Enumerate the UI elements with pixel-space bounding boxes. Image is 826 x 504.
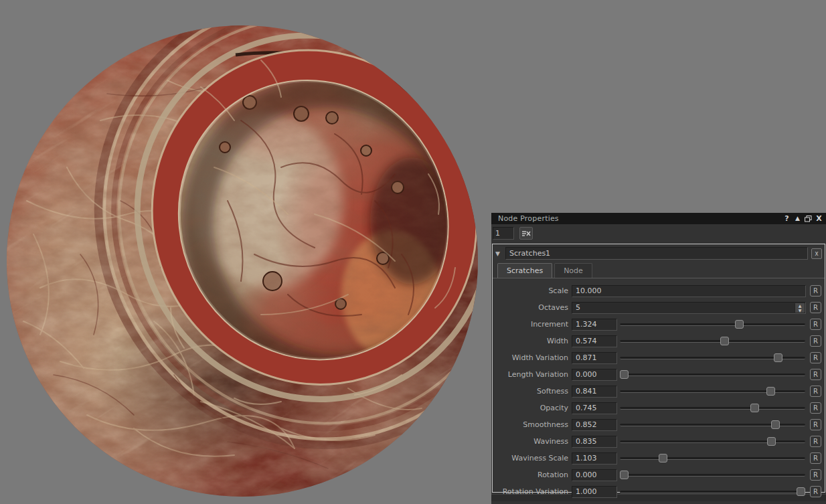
param-row: Opacity 0.745 ▲ ▼ R — [495, 400, 821, 416]
param-label: Waviness Scale — [495, 454, 572, 463]
param-field[interactable]: 1.324 ▲ ▼ — [572, 319, 617, 331]
tab-bar: Scratches Node — [493, 262, 825, 278]
param-field[interactable]: 5 ▲ ▼ — [572, 302, 806, 314]
param-slider[interactable] — [620, 471, 805, 479]
param-row: Scale 10.000 ▲ ▼ R — [495, 282, 821, 299]
close-icon[interactable]: X — [815, 214, 823, 223]
param-field[interactable]: 1.103 ▲ ▼ — [572, 452, 617, 465]
param-slider[interactable] — [620, 320, 805, 329]
collapse-icon[interactable]: ▼ — [495, 250, 502, 257]
param-value: 1.103 — [576, 454, 597, 463]
slider-handle[interactable] — [659, 454, 667, 463]
reset-button[interactable]: R — [810, 352, 821, 363]
param-field[interactable]: 0.871 ▲ ▼ — [572, 352, 617, 364]
reset-button[interactable]: R — [810, 335, 821, 347]
param-label: Rotation Variation — [495, 487, 572, 496]
slider-handle[interactable] — [750, 404, 759, 412]
titlebar-buttons: ? ▲ X — [782, 214, 823, 223]
spin-up-icon[interactable]: ▲ — [795, 303, 805, 308]
slider-track — [620, 457, 805, 460]
param-field[interactable]: 0.000 ▲ ▼ — [572, 369, 617, 381]
param-slider[interactable] — [620, 353, 805, 362]
slider-handle[interactable] — [620, 471, 629, 479]
reset-button[interactable]: R — [810, 402, 821, 414]
param-label: Length Variation — [495, 370, 572, 379]
tab-node[interactable]: Node — [554, 263, 592, 278]
param-label: Smoothness — [495, 420, 572, 429]
pin-icon[interactable]: ▲ — [793, 214, 802, 223]
slider-track — [620, 440, 805, 443]
float-window-icon[interactable] — [804, 214, 813, 223]
panel-toolbar — [491, 224, 826, 242]
slider-handle[interactable] — [797, 487, 805, 496]
param-label: Opacity — [495, 404, 572, 412]
node-name-input[interactable] — [505, 247, 808, 260]
param-slider[interactable] — [620, 420, 805, 429]
param-rows: Scale 10.000 ▲ ▼ R Octaves 5 ▲ ▼ R Incre… — [493, 278, 825, 500]
param-label: Width — [495, 337, 572, 345]
slider-track — [620, 373, 805, 376]
param-field[interactable]: 10.000 ▲ ▼ — [572, 285, 806, 297]
reset-button[interactable]: R — [810, 386, 821, 397]
panel-titlebar[interactable]: Node Properties ? ▲ X — [491, 213, 826, 224]
reset-button[interactable]: R — [810, 319, 821, 330]
node-header: ▼ x — [493, 244, 825, 262]
reset-button[interactable]: R — [810, 452, 821, 464]
param-row: Length Variation 0.000 ▲ ▼ R — [495, 366, 821, 383]
max-panels-input[interactable] — [493, 227, 514, 240]
help-icon[interactable]: ? — [782, 214, 791, 223]
param-row: Rotation 0.000 ▲ ▼ R — [495, 467, 821, 483]
param-label: Scale — [495, 286, 572, 295]
param-field[interactable]: 0.000 ▲ ▼ — [572, 469, 617, 481]
slider-handle[interactable] — [767, 437, 776, 446]
reset-button[interactable]: R — [810, 419, 821, 430]
param-label: Softness — [495, 387, 572, 396]
param-slider[interactable] — [620, 387, 805, 396]
param-label: Rotation — [495, 471, 572, 479]
node-properties-panel: Node Properties ? ▲ X ▼ x — [491, 213, 826, 504]
param-field[interactable]: 0.852 ▲ ▼ — [572, 419, 617, 431]
slider-handle[interactable] — [720, 337, 729, 345]
slider-track — [620, 340, 805, 343]
param-field[interactable]: 0.835 ▲ ▼ — [572, 436, 617, 448]
param-slider[interactable] — [620, 404, 805, 412]
param-label: Octaves — [495, 303, 572, 312]
reset-button[interactable]: R — [810, 469, 821, 481]
param-value: 1.324 — [576, 320, 597, 329]
slider-handle[interactable] — [774, 353, 782, 362]
slider-track — [620, 390, 805, 393]
reset-button[interactable]: R — [810, 369, 821, 380]
param-value: 0.841 — [576, 387, 597, 396]
spin-down-icon[interactable]: ▼ — [795, 308, 805, 313]
reset-button[interactable]: R — [810, 285, 821, 297]
param-row: Width Variation 0.871 ▲ ▼ R — [495, 349, 821, 366]
param-slider[interactable] — [620, 454, 805, 463]
tab-scratches[interactable]: Scratches — [497, 263, 552, 278]
param-field[interactable]: 0.841 ▲ ▼ — [572, 386, 617, 398]
param-slider[interactable] — [620, 437, 805, 446]
close-node-button[interactable]: x — [811, 248, 822, 259]
param-value: 0.745 — [576, 404, 597, 412]
param-slider[interactable] — [620, 337, 805, 345]
param-row: Softness 0.841 ▲ ▼ R — [495, 383, 821, 400]
slider-handle[interactable] — [735, 320, 744, 329]
param-field[interactable]: 1.000 ▲ ▼ — [572, 486, 617, 498]
clear-all-panels-button[interactable] — [519, 227, 533, 240]
node-group: ▼ x Scratches Node Scale 10.000 ▲ ▼ R Oc… — [492, 244, 825, 493]
slider-handle[interactable] — [766, 387, 775, 396]
param-slider[interactable] — [620, 370, 805, 379]
param-label: Increment — [495, 320, 572, 329]
reset-button[interactable]: R — [810, 486, 821, 497]
slider-track — [620, 491, 805, 493]
param-field[interactable]: 0.574 ▲ ▼ — [572, 335, 617, 347]
slider-track — [620, 407, 805, 410]
slider-handle[interactable] — [620, 370, 629, 379]
spin-buttons[interactable]: ▲ ▼ — [795, 303, 805, 313]
param-slider[interactable] — [620, 487, 805, 496]
slider-handle[interactable] — [771, 420, 780, 429]
reset-button[interactable]: R — [810, 436, 821, 447]
param-field[interactable]: 0.745 ▲ ▼ — [572, 402, 617, 414]
reset-button[interactable]: R — [810, 302, 821, 313]
param-row: Octaves 5 ▲ ▼ R — [495, 299, 821, 316]
param-value: 0.574 — [576, 337, 597, 345]
